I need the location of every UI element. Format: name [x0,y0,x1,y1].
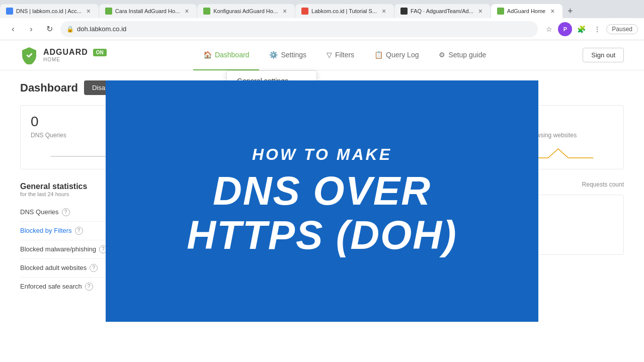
video-subtitle: HOW TO MAKE [187,145,457,164]
safe-search-help-icon[interactable]: ? [85,283,93,291]
extensions-icon[interactable]: 🧩 [574,22,588,36]
forward-button[interactable]: › [24,22,38,36]
general-stats-title: General statistics [20,182,87,191]
settings-icon: ⚙️ [269,51,278,59]
tab-title-1: DNS | labkom.co.id | Acc... [16,8,82,14]
reload-button[interactable]: ↻ [42,22,56,36]
nav-item-querylog[interactable]: 📋 Query Log [364,40,429,70]
tab-close-5[interactable]: × [476,7,485,15]
tab-4[interactable]: Labkom.co.id | Tutorial S... × [295,4,394,18]
tab-close-1[interactable]: × [85,7,93,15]
setup-icon: ⚙ [439,51,445,59]
general-stats-subtitle: for the last 24 hours [20,191,87,197]
tab-title-6: AdGuard Home [507,8,545,14]
address-text: doh.labkom.co.id [77,25,126,33]
tab-6[interactable]: AdGuard Home × [491,4,562,18]
tab-favicon-4 [301,8,308,15]
blocked-filters-help-icon[interactable]: ? [75,227,83,235]
nav-item-dashboard[interactable]: 🏠 Dashboard [193,40,260,70]
video-overlay[interactable]: HOW TO MAKE DNS OVER HTTPS (DOH) [106,80,538,322]
nav-label-setup: Setup guide [448,51,486,59]
browser-chrome: DNS | labkom.co.id | Acc... × Cara Insta… [0,0,644,40]
dashboard-icon: 🏠 [203,51,212,59]
tab-2[interactable]: Cara Install AdGuard Ho... × [99,4,197,18]
nav-label-settings: Settings [281,51,306,59]
profile-icon[interactable]: P [558,22,572,36]
blocked-adult-label: Blocked adult websites ? [20,264,98,272]
tab-close-4[interactable]: × [380,7,388,15]
bookmark-icon[interactable]: ☆ [542,22,556,36]
tab-close-3[interactable]: × [281,7,289,15]
tab-close-2[interactable]: × [183,7,191,15]
logo-section: ADGUARD ON HOME [20,46,107,64]
adguard-app: ADGUARD ON HOME 🏠 Dashboard ⚙️ Settings … [0,40,644,362]
nav-label-filters: Filters [335,51,354,59]
tab-bar: DNS | labkom.co.id | Acc... × Cara Insta… [0,0,644,18]
lock-icon: 🔒 [66,26,74,33]
toolbar-icons: ☆ P 🧩 ⋮ Paused [542,22,638,36]
dashboard-content: Dashboard Disable protection Refresh sta… [0,70,644,362]
dns-help-icon[interactable]: ? [62,208,70,216]
safe-search-label: Enforced safe search ? [20,283,93,291]
tab-title-2: Cara Install AdGuard Ho... [115,8,180,14]
tab-5[interactable]: FAQ · AdguardTeam/Ad... × [394,4,491,18]
back-button[interactable]: ‹ [6,22,20,36]
on-badge: ON [93,49,107,56]
tab-3[interactable]: Konfigurasi AdGuard Ho... × [197,4,295,18]
tab-favicon-3 [203,8,210,15]
dashboard-title: Dashboard [20,81,78,95]
video-text: HOW TO MAKE DNS OVER HTTPS (DOH) [167,125,477,278]
logo-name: ADGUARD [43,48,88,57]
logo-text: ADGUARD ON HOME [43,48,107,62]
new-tab-button[interactable]: + [563,4,577,18]
filters-icon: ▽ [327,51,332,59]
tab-title-5: FAQ · AdguardTeam/Ad... [411,8,473,14]
paused-badge[interactable]: Paused [606,24,638,34]
querylog-icon: 📋 [374,51,383,59]
app-header: ADGUARD ON HOME 🏠 Dashboard ⚙️ Settings … [0,40,644,70]
tab-title-4: Labkom.co.id | Tutorial S... [311,8,377,14]
browser-toolbar: ‹ › ↻ 🔒 doh.labkom.co.id ☆ P 🧩 ⋮ Paused [0,18,644,40]
nav-label-dashboard: Dashboard [215,51,250,59]
requests-count-label: Requests count [582,181,624,188]
blocked-adult-help-icon[interactable]: ? [90,264,98,272]
tab-close-6[interactable]: × [548,7,556,15]
dns-queries-label: DNS Queries ? [20,208,70,216]
blocked-malware-label: Blocked malware/phishing ? [20,245,107,253]
tab-favicon-2 [105,8,112,15]
profile-avatar: P [558,22,572,36]
nav-item-settings[interactable]: ⚙️ Settings [259,40,316,70]
tab-1[interactable]: DNS | labkom.co.id | Acc... × [0,4,99,18]
nav-item-setup[interactable]: ⚙ Setup guide [429,40,496,70]
menu-icon[interactable]: ⋮ [590,22,604,36]
nav-label-querylog: Query Log [386,51,419,59]
nav-item-filters[interactable]: ▽ Filters [316,40,364,70]
tab-favicon-6 [497,8,504,15]
general-stats-title-group: General statistics for the last 24 hours [20,182,87,197]
sign-out-button[interactable]: Sign out [583,48,624,62]
address-bar[interactable]: 🔒 doh.labkom.co.id [60,21,538,37]
blocked-filters-label: Blocked by Filters ? [20,227,83,235]
tab-favicon-5 [400,8,408,15]
tab-title-3: Konfigurasi AdGuard Ho... [213,8,278,14]
video-title: DNS OVER HTTPS (DOH) [187,169,457,257]
logo-shield-icon [20,46,38,64]
nav-menu: 🏠 Dashboard ⚙️ Settings ▽ Filters 📋 Quer… [193,40,496,70]
logo-sub: HOME [43,57,107,62]
tab-favicon-1 [6,8,13,15]
